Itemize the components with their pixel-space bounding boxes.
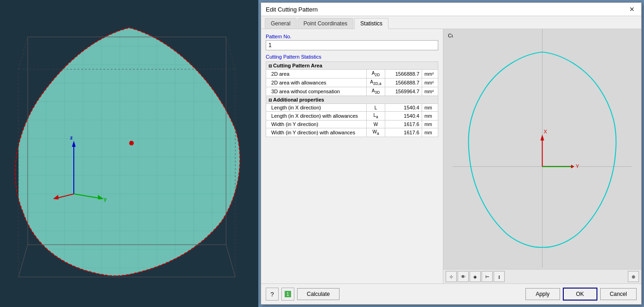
row-length-x-allow-value: 1540.4 (385, 112, 422, 120)
table-row: Length (in X direction) L 1540.4 mm (266, 104, 438, 112)
row-2d-area-name: 2D area (266, 70, 367, 78)
chart-tool-button[interactable]: ⫿ (494, 271, 505, 282)
dialog-footer: ? 1 Calculate Apply OK Cancel (261, 283, 641, 304)
svg-text:X: X (543, 129, 547, 134)
row-length-x-symbol: L (367, 104, 385, 112)
tab-point-coordinates[interactable]: Point Coordinates (298, 18, 353, 29)
layer-tool-button[interactable]: ◈ (470, 271, 481, 282)
row-2d-area-symbol: A2D (367, 70, 385, 78)
help-button[interactable]: ? (266, 288, 279, 301)
svg-text:z: z (70, 135, 73, 140)
table-row: 2D area A2D 1566888.7 mm² (266, 70, 438, 78)
cutting-pattern-area-label: Cutting Pattern Area (273, 63, 322, 68)
row-width-y-allow-name: Width (in Y direction) with allowances (266, 128, 367, 137)
row-3d-no-comp-value: 1569964.7 (385, 87, 422, 96)
row-length-x-allow-symbol: La (367, 112, 385, 120)
collapse-icon-area: ⊟ (268, 64, 272, 68)
svg-text:y: y (104, 196, 107, 202)
svg-point-38 (129, 141, 134, 145)
table-row: Width (in Y direction) W 1617.6 mm (266, 120, 438, 128)
row-2d-allowances-value: 1566888.7 (385, 78, 422, 87)
row-width-y-unit: mm (422, 120, 438, 128)
table-row: 2D area with allowances A2D,a 1566888.7 … (266, 78, 438, 87)
tabs-bar: General Point Coordinates Statistics (261, 16, 641, 29)
dialog-titlebar: Edit Cutting Pattern ✕ (261, 3, 641, 16)
select-tool-button[interactable]: ⊹ (446, 271, 457, 282)
apply-button[interactable]: Apply (525, 288, 560, 300)
row-width-y-value: 1617.6 (385, 120, 422, 128)
additional-properties-header: ⊟Additional properties (266, 96, 438, 104)
row-length-x-unit: mm (422, 104, 438, 112)
row-2d-allowances-unit: mm² (422, 78, 438, 87)
svg-text:Y: Y (576, 163, 579, 169)
stats-panel: Pattern No. Cutting Pattern Statistics ⊟… (261, 29, 443, 283)
row-2d-area-value: 1566888.7 (385, 70, 422, 78)
zoom-fit-button[interactable]: ⊕ (628, 271, 639, 282)
measure-tool-button[interactable]: ⊢ (482, 271, 493, 282)
ok-button[interactable]: OK (563, 288, 597, 301)
row-3d-no-comp-symbol: A3D (367, 87, 385, 96)
3d-viewport: z y (0, 0, 258, 307)
row-2d-allowances-symbol: A2D,a (367, 78, 385, 87)
svg-text:1: 1 (286, 292, 289, 297)
edit-cutting-pattern-dialog: Edit Cutting Pattern ✕ General Point Coo… (261, 2, 642, 305)
zoom-tool-button[interactable]: 👁 (458, 271, 469, 282)
cutting-pattern-area-header: ⊟Cutting Pattern Area (266, 62, 438, 70)
pattern-no-label: Pattern No. (266, 34, 438, 39)
collapse-icon-additional: ⊟ (268, 98, 272, 102)
dialog-close-button[interactable]: ✕ (627, 6, 637, 13)
cutting-pattern-statistics-title: Cutting Pattern Statistics (266, 54, 438, 60)
row-length-x-allow-unit: mm (422, 112, 438, 120)
pattern-no-input[interactable] (266, 40, 438, 50)
row-width-y-symbol: W (367, 120, 385, 128)
dialog-title: Edit Cutting Pattern (266, 6, 318, 13)
row-length-x-name: Length (in X direction) (266, 104, 367, 112)
row-3d-no-comp-name: 3D area without compensation (266, 87, 367, 96)
row-3d-no-comp-unit: mm² (422, 87, 438, 96)
info-button[interactable]: 1 (281, 288, 294, 301)
table-row: 3D area without compensation A3D 1569964… (266, 87, 438, 96)
preview-panel: Cutting Pattern: 1 Y (443, 29, 641, 283)
row-2d-area-unit: mm² (422, 70, 438, 78)
row-width-y-name: Width (in Y direction) (266, 120, 367, 128)
row-width-y-allow-value: 1617.6 (385, 128, 422, 137)
table-row: Length (in X direction) with allowances … (266, 112, 438, 120)
tab-statistics[interactable]: Statistics (354, 18, 388, 29)
additional-properties-label: Additional properties (273, 97, 324, 102)
stats-table: ⊟Cutting Pattern Area 2D area A2D 156688… (266, 61, 438, 137)
row-2d-allowances-name: 2D area with allowances (266, 78, 367, 87)
row-width-y-allow-unit: mm (422, 128, 438, 137)
cancel-button[interactable]: Cancel (600, 288, 637, 300)
row-length-x-value: 1540.4 (385, 104, 422, 112)
preview-toolbar: ⊹ 👁 ◈ ⊢ ⫿ ⊕ (443, 269, 641, 283)
dialog-body: Pattern No. Cutting Pattern Statistics ⊟… (261, 29, 641, 283)
tab-general[interactable]: General (265, 18, 297, 29)
row-width-y-allow-symbol: Wa (367, 128, 385, 137)
row-length-x-allow-name: Length (in X direction) with allowances (266, 112, 367, 120)
table-row: Width (in Y direction) with allowances W… (266, 128, 438, 137)
calculate-button[interactable]: Calculate (297, 288, 340, 300)
